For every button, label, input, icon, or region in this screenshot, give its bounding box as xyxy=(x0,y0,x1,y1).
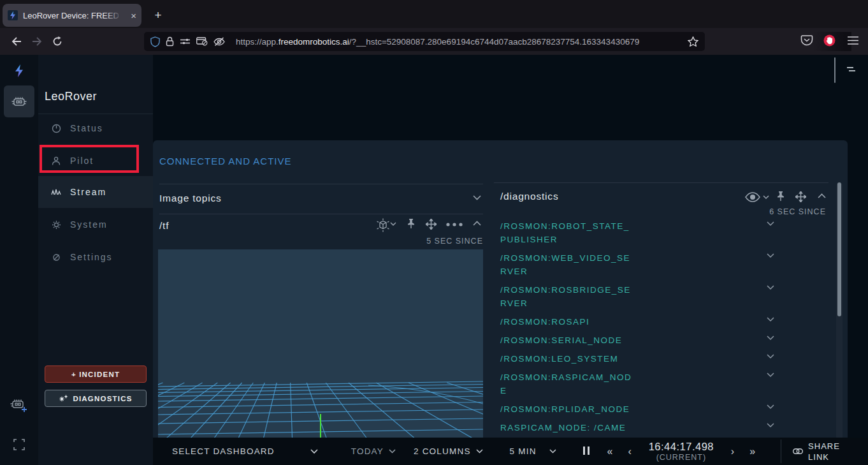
columns-dropdown[interactable]: 2 COLUMNS xyxy=(414,447,471,456)
list-item[interactable]: /ROSMON:RPLIDAR_NODE xyxy=(500,402,806,416)
tab-title-fade xyxy=(105,4,122,27)
chevron-down-icon[interactable] xyxy=(390,222,396,226)
list-item[interactable]: /ROSMON:ROBOT_STATE_PUBLISHER xyxy=(500,219,806,246)
divider xyxy=(494,182,828,183)
diagnostic-topic: /ROSMON:SERIAL_NODE xyxy=(500,334,633,347)
sidebar-item-settings[interactable]: Settings xyxy=(38,241,153,273)
step-back-button[interactable]: ‹ xyxy=(628,446,632,457)
browser-tab[interactable]: LeoRover Device: FREED × xyxy=(3,4,141,27)
dashboard-menu-lines-icon[interactable] xyxy=(843,65,858,77)
chevron-down-icon[interactable] xyxy=(763,195,769,200)
skip-forward-button[interactable]: » xyxy=(749,446,755,457)
chevron-up-icon[interactable] xyxy=(818,193,826,198)
dashboard-content: CONNECTED AND ACTIVE Image topics /tf xyxy=(153,140,848,465)
sidebar-item-system[interactable]: System xyxy=(38,209,153,240)
back-icon[interactable] xyxy=(6,33,27,50)
rover-icon xyxy=(10,94,29,109)
chevron-down-icon[interactable] xyxy=(549,449,556,454)
list-item[interactable]: /ROSMON:ROSAPI xyxy=(500,315,806,328)
more-options-icon[interactable] xyxy=(446,223,463,226)
list-item[interactable]: /ROSMON:SERIAL_NODE xyxy=(500,334,806,347)
sidebar-item-stream[interactable]: Stream xyxy=(38,176,153,208)
chevron-down-icon[interactable] xyxy=(767,373,774,397)
date-dropdown[interactable]: TODAY xyxy=(351,447,384,456)
sidebar-item-label: System xyxy=(70,219,108,230)
device-sidebar: LeoRover Status Pilot Stream xyxy=(38,55,153,465)
chevron-up-icon[interactable] xyxy=(473,221,481,226)
chevron-down-icon[interactable] xyxy=(767,404,774,416)
freedom-logo-lightning-icon xyxy=(13,64,25,78)
diagnostics-panel-title: /diagnostics xyxy=(500,191,558,202)
app-region: LeoRover Status Pilot Stream xyxy=(0,55,868,465)
tf-panel-title: /tf xyxy=(159,220,169,232)
chevron-down-icon[interactable] xyxy=(767,336,774,347)
url-text[interactable]: https://app.freedomrobotics.ai/?__hstc=5… xyxy=(236,37,684,47)
chevron-down-icon[interactable] xyxy=(310,449,318,454)
share-link-button[interactable]: SHARELINK xyxy=(793,441,840,462)
chevron-down-icon[interactable] xyxy=(389,449,396,454)
red-annotation-box xyxy=(40,145,139,173)
forward-icon[interactable] xyxy=(27,33,47,50)
chevron-down-icon[interactable] xyxy=(767,317,774,328)
chevron-down-icon[interactable] xyxy=(767,354,774,365)
step-forward-button[interactable]: › xyxy=(731,446,734,457)
page-scrollbar[interactable] xyxy=(834,57,835,83)
cube-3d-icon[interactable] xyxy=(375,217,391,233)
move-icon[interactable] xyxy=(426,219,437,230)
chevron-down-icon[interactable] xyxy=(476,449,483,454)
select-dashboard-dropdown[interactable]: SELECT DASHBOARD xyxy=(172,447,275,456)
permissions-icon[interactable] xyxy=(180,38,191,45)
rail-device-button[interactable] xyxy=(4,85,34,117)
bookmark-star-icon[interactable] xyxy=(688,36,698,47)
fullscreen-icon[interactable] xyxy=(13,439,25,450)
tab-favicon-lightning-icon xyxy=(8,10,18,20)
chevron-down-icon[interactable] xyxy=(473,195,481,200)
interval-dropdown[interactable]: 5 MIN xyxy=(510,447,537,456)
settings-icon xyxy=(50,253,62,262)
diagnostic-topic: /ROSMON:RPLIDAR_NODE xyxy=(500,402,633,416)
chevron-down-icon[interactable] xyxy=(767,221,774,246)
new-tab-button[interactable]: + xyxy=(150,8,166,23)
screen: LeoRover Device: FREED × + xyxy=(0,0,868,465)
chevron-down-icon[interactable] xyxy=(767,253,774,278)
diagnostics-list: /ROSMON:ROBOT_STATE_PUBLISHER /ROSMON:WE… xyxy=(500,219,806,465)
tab-close-icon[interactable]: × xyxy=(131,10,136,21)
diagnostic-topic: /ROSMON:LEO_SYSTEM xyxy=(500,352,633,365)
hamburger-menu-icon[interactable] xyxy=(848,36,858,45)
pin-icon[interactable] xyxy=(407,218,416,229)
card-blocked-icon[interactable] xyxy=(196,37,208,46)
pause-button[interactable] xyxy=(582,446,591,457)
browser-tab-strip: LeoRover Device: FREED × + xyxy=(0,0,868,28)
sidebar-item-status[interactable]: Status xyxy=(38,112,153,144)
image-topics-title: Image topics xyxy=(159,193,221,204)
scrollbar-thumb[interactable] xyxy=(837,182,841,316)
reload-icon[interactable] xyxy=(47,33,68,50)
gear-icon xyxy=(50,220,62,230)
blocker-extension-icon[interactable] xyxy=(823,34,835,47)
list-item[interactable]: /ROSMON:RASPICAM_NODE xyxy=(500,371,806,397)
lock-icon[interactable] xyxy=(166,36,174,47)
shield-icon[interactable] xyxy=(150,36,160,47)
list-item[interactable]: /ROSMON:WEB_VIDEO_SERVER xyxy=(500,251,806,278)
link-icon xyxy=(793,448,803,454)
add-device-button[interactable] xyxy=(10,397,29,413)
incident-button[interactable]: + INCIDENT xyxy=(45,365,147,383)
eye-slash-icon[interactable] xyxy=(213,37,225,47)
list-item[interactable]: /ROSMON:LEO_SYSTEM xyxy=(500,352,806,365)
eye-icon[interactable] xyxy=(744,191,761,203)
pin-icon[interactable] xyxy=(776,191,785,202)
timeline-time[interactable]: 16:44:17.498 (CURRENT) xyxy=(646,441,717,462)
gears-icon xyxy=(59,394,69,402)
sidebar-item-label: Stream xyxy=(70,187,106,197)
left-rail xyxy=(0,55,38,465)
list-item[interactable]: /ROSMON:ROSBRIDGE_SERVER xyxy=(500,283,806,310)
waveform-icon xyxy=(50,188,62,196)
tf-3d-viewport[interactable] xyxy=(158,249,483,465)
sidebar-item-label: Settings xyxy=(70,252,113,262)
url-bar[interactable]: https://app.freedomrobotics.ai/?__hstc=5… xyxy=(144,32,705,51)
chevron-down-icon[interactable] xyxy=(767,285,774,310)
move-icon[interactable] xyxy=(795,191,806,202)
skip-back-button[interactable]: « xyxy=(607,446,613,457)
diagnostics-button[interactable]: DIAGNOSTICS xyxy=(45,390,147,407)
pocket-icon[interactable] xyxy=(800,34,813,47)
